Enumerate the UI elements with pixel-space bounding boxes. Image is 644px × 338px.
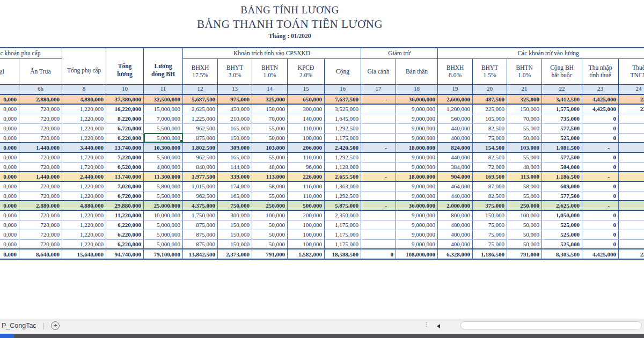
cell[interactable]: 5,500,000 xyxy=(144,123,183,133)
cell[interactable]: 0,000 xyxy=(0,94,19,104)
cell[interactable]: 1,186,500 xyxy=(473,249,507,259)
cell[interactable]: 29,880,000 xyxy=(106,201,144,210)
cell[interactable]: 525,000 xyxy=(542,220,582,230)
cell[interactable]: 36,000,000 xyxy=(396,201,438,210)
column-header-cell[interactable]: BHTN 1.0% xyxy=(252,58,288,84)
cell[interactable]: 55,000 xyxy=(507,123,542,133)
cell[interactable]: 0 xyxy=(582,230,619,239)
new-sheet-button[interactable]: + xyxy=(51,321,60,330)
cell[interactable]: 0 xyxy=(582,239,619,249)
cell[interactable]: 5,000,000 xyxy=(144,220,183,230)
cell[interactable]: 50,000 xyxy=(507,133,542,143)
cell[interactable] xyxy=(361,181,396,191)
cell[interactable]: 1,977,500 xyxy=(183,172,218,181)
cell[interactable]: 2,880,000 xyxy=(19,94,62,104)
cell[interactable]: 113,000 xyxy=(507,172,542,181)
cell[interactable]: 400,000 xyxy=(438,220,473,230)
cell[interactable]: 325,000 xyxy=(252,94,288,104)
cell[interactable]: 82,500 xyxy=(473,152,507,162)
column-header-cell[interactable]: Cộng xyxy=(325,58,361,84)
cell[interactable]: 16,220,000 xyxy=(106,104,144,114)
group-header-cell[interactable]: Các khoản trừ vào lương xyxy=(438,48,644,58)
cell[interactable]: 9,000,000 xyxy=(396,104,438,114)
cell[interactable]: 384,000 xyxy=(438,162,473,172)
cell[interactable]: 105,000 xyxy=(473,114,507,123)
cell[interactable]: 11,220,000 xyxy=(106,210,144,220)
cell[interactable]: 108,000,000 xyxy=(396,249,438,259)
cell[interactable]: 1,220,000 xyxy=(62,239,106,249)
column-header-cell[interactable]: KPCĐ 2.0% xyxy=(288,58,325,84)
cell[interactable]: 1,015,000 xyxy=(183,181,218,191)
cell[interactable]: 5,500,000 xyxy=(144,191,183,201)
cell[interactable]: 9,000,000 xyxy=(396,181,438,191)
cell[interactable]: 824,000 xyxy=(438,143,473,152)
cell[interactable]: 8,640,000 xyxy=(19,249,62,259)
cell[interactable]: 875,000 xyxy=(183,230,218,239)
cell[interactable]: - xyxy=(619,172,644,181)
column-number-cell[interactable]: 12 xyxy=(183,84,218,94)
cell[interactable]: 1,220,000 xyxy=(62,114,106,123)
cell[interactable]: 0 xyxy=(582,123,619,133)
cell[interactable]: 0 xyxy=(582,220,619,230)
cell[interactable]: 0,000 xyxy=(0,249,19,259)
cell[interactable]: 720,000 xyxy=(19,239,62,249)
column-header-cell[interactable]: BHYT 3.0% xyxy=(218,58,252,84)
cell[interactable]: 9,000,000 xyxy=(396,210,438,220)
cell[interactable]: 400,000 xyxy=(438,230,473,239)
cell[interactable]: 1,292,500 xyxy=(325,123,361,133)
cell[interactable]: 2,000,000 xyxy=(438,201,473,210)
cell[interactable]: 0 xyxy=(582,133,619,143)
cell[interactable]: 1,081,500 xyxy=(542,143,582,152)
cell[interactable] xyxy=(361,152,396,162)
cell[interactable]: 5,500,000 xyxy=(144,152,183,162)
cell[interactable]: 720,000 xyxy=(19,152,62,162)
cell[interactable]: 10,000,000 xyxy=(144,210,183,220)
cell[interactable]: 1,050,000 xyxy=(542,210,582,220)
cell[interactable]: 904,000 xyxy=(438,172,473,181)
cell[interactable]: 48,000 xyxy=(507,162,542,172)
cell[interactable]: - xyxy=(582,201,619,210)
cell[interactable] xyxy=(361,230,396,239)
cell[interactable]: 840,000 xyxy=(183,162,218,172)
cell[interactable]: 0,000 xyxy=(0,123,19,133)
cell[interactable]: 0 xyxy=(582,152,619,162)
cell[interactable]: 100,000 xyxy=(288,230,325,239)
cell[interactable]: 450,000 xyxy=(218,104,252,114)
cell[interactable]: - xyxy=(361,201,396,210)
cell[interactable]: 2,600,000 xyxy=(438,94,473,104)
column-header-cell[interactable]: BHXH 17.5% xyxy=(183,58,218,84)
cell[interactable]: 300,000 xyxy=(218,210,252,220)
cell[interactable]: 174,000 xyxy=(218,181,252,191)
cell[interactable] xyxy=(619,220,644,230)
cell[interactable]: 3,525,000 xyxy=(325,104,361,114)
cell[interactable] xyxy=(361,123,396,133)
cell[interactable] xyxy=(619,181,644,191)
cell[interactable]: 37,380,000 xyxy=(106,94,144,104)
cell[interactable]: 1,645,000 xyxy=(325,114,361,123)
column-number-cell[interactable]: 17 xyxy=(361,84,396,94)
cell[interactable]: 221,25 xyxy=(619,249,644,259)
cell[interactable]: 2,420,500 xyxy=(325,143,361,152)
cell[interactable]: 113,000 xyxy=(252,172,288,181)
cell[interactable]: 525,000 xyxy=(542,133,582,143)
cell[interactable]: 0 xyxy=(582,210,619,220)
column-number-cell[interactable]: 11 xyxy=(144,84,183,94)
cell[interactable]: 1,440,000 xyxy=(19,143,62,152)
cell[interactable]: 250,000 xyxy=(507,201,542,210)
cell[interactable]: - xyxy=(582,143,619,152)
cell[interactable]: 962,500 xyxy=(183,191,218,201)
cell[interactable]: 1,220,000 xyxy=(62,123,106,133)
cell[interactable]: 150,000 xyxy=(252,104,288,114)
cell[interactable]: - xyxy=(619,143,644,152)
scrollbar-thumb[interactable] xyxy=(460,321,642,329)
cell[interactable]: 1,175,000 xyxy=(325,220,361,230)
cell[interactable]: 210,000 xyxy=(218,114,252,123)
cell[interactable]: 720,000 xyxy=(19,114,62,123)
cell[interactable]: 0 xyxy=(582,181,619,191)
cell[interactable]: 6,220,000 xyxy=(106,133,144,143)
cell[interactable]: 1,220,000 xyxy=(62,133,106,143)
cell[interactable]: 400,000 xyxy=(438,133,473,143)
cell[interactable]: 48,000 xyxy=(252,162,288,172)
cell[interactable]: 25,000,000 xyxy=(144,201,183,210)
cell[interactable]: 0 xyxy=(582,162,619,172)
